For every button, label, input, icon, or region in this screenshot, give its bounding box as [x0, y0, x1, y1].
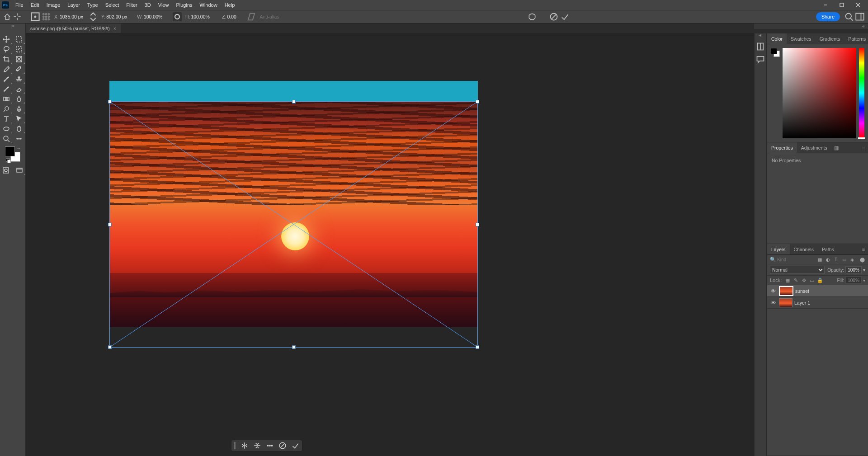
- color-tab[interactable]: Color: [767, 33, 787, 44]
- eyedropper-tool[interactable]: [0, 64, 13, 74]
- quick-selection-tool[interactable]: [13, 44, 25, 54]
- foreground-color-swatch[interactable]: [5, 146, 15, 156]
- skew-h-icon[interactable]: [247, 12, 256, 21]
- color-picker[interactable]: [783, 48, 856, 138]
- menu-plugins[interactable]: Plugins: [172, 1, 196, 9]
- eraser-tool[interactable]: [13, 84, 25, 94]
- filter-shape-icon[interactable]: ▭: [841, 256, 847, 263]
- lasso-tool[interactable]: [0, 44, 13, 54]
- fill-value[interactable]: 100%: [845, 277, 862, 284]
- window-minimize-button[interactable]: [817, 0, 834, 10]
- swap-xy-icon[interactable]: [89, 12, 98, 21]
- opacity-dropdown-icon[interactable]: ▾: [863, 268, 865, 273]
- blur-tool[interactable]: [13, 94, 25, 104]
- window-maximize-button[interactable]: [834, 0, 850, 10]
- filter-type-icon[interactable]: T: [833, 256, 839, 263]
- layer-thumbnail[interactable]: [779, 298, 793, 307]
- fill-dropdown-icon[interactable]: ▾: [863, 278, 865, 283]
- panel-menu-icon[interactable]: ≡: [859, 244, 868, 254]
- edit-toolbar-icon[interactable]: [13, 134, 25, 144]
- history-brush-tool[interactable]: [0, 84, 13, 94]
- toolbar-grip-icon[interactable]: [234, 442, 236, 449]
- menu-3d[interactable]: 3D: [141, 1, 155, 9]
- flip-vertical-icon[interactable]: [253, 442, 261, 450]
- layer-name[interactable]: Layer 1: [794, 300, 810, 306]
- move-tool[interactable]: [0, 34, 13, 44]
- menu-window[interactable]: Window: [196, 1, 221, 9]
- cancel-icon[interactable]: [278, 442, 287, 450]
- transform-handle-top-left[interactable]: [108, 100, 112, 103]
- x-input[interactable]: [60, 14, 85, 19]
- panel-color-swatches[interactable]: [771, 48, 780, 57]
- search-icon[interactable]: [844, 12, 854, 21]
- toolbox-collapse-icon[interactable]: ≪: [11, 24, 14, 28]
- lock-pixels-icon[interactable]: ✎: [793, 277, 799, 283]
- libraries-icon[interactable]: ▥: [831, 142, 841, 153]
- menu-view[interactable]: View: [155, 1, 173, 9]
- window-close-button[interactable]: [850, 0, 866, 10]
- adjustments-tab[interactable]: Adjustments: [797, 142, 831, 153]
- paths-tab[interactable]: Paths: [818, 244, 838, 254]
- gradient-tool[interactable]: [0, 94, 13, 104]
- quick-mask-icon[interactable]: [0, 165, 12, 175]
- home-icon[interactable]: [4, 13, 11, 20]
- cancel-transform-button[interactable]: [549, 12, 558, 21]
- transform-handle-middle-right[interactable]: [476, 223, 479, 226]
- color-swatches[interactable]: ↔: [5, 146, 20, 162]
- document-tab[interactable]: sunrise.png @ 50% (sunset, RGB/8#) ×: [26, 24, 121, 33]
- w-input[interactable]: [144, 14, 169, 19]
- default-colors-icon[interactable]: [6, 158, 10, 163]
- transform-handle-bottom-center[interactable]: [292, 345, 296, 349]
- learn-panel-icon[interactable]: [756, 42, 765, 51]
- transform-floating-toolbar[interactable]: [231, 440, 302, 451]
- healing-tool[interactable]: [13, 64, 25, 74]
- visibility-toggle-icon[interactable]: 👁: [769, 300, 777, 306]
- layer-filter-input[interactable]: [777, 257, 815, 262]
- dodge-tool[interactable]: [0, 104, 13, 114]
- canvas-area[interactable]: [26, 33, 754, 456]
- comments-panel-icon[interactable]: [756, 55, 765, 64]
- warp-mode-icon[interactable]: [528, 12, 537, 21]
- transform-handle-bottom-left[interactable]: [108, 345, 112, 349]
- filter-pixel-icon[interactable]: ▦: [816, 256, 823, 263]
- h-input[interactable]: [191, 14, 216, 19]
- expand-panels-icon[interactable]: ≪: [759, 33, 762, 38]
- crop-tool[interactable]: [0, 54, 13, 64]
- more-options-icon[interactable]: [266, 442, 274, 450]
- commit-transform-button[interactable]: [560, 12, 569, 21]
- shape-tool[interactable]: [0, 124, 13, 134]
- properties-tab[interactable]: Properties: [767, 142, 797, 153]
- document-canvas[interactable]: [109, 81, 478, 327]
- opacity-value[interactable]: 100%: [845, 266, 862, 273]
- filter-adjust-icon[interactable]: ◐: [825, 256, 831, 263]
- commit-icon[interactable]: [291, 442, 299, 450]
- zoom-tool[interactable]: [0, 134, 13, 144]
- marquee-tool[interactable]: [13, 34, 25, 44]
- lock-artboard-icon[interactable]: ▭: [809, 277, 815, 283]
- layer-name[interactable]: sunset: [795, 288, 809, 294]
- reference-point-icon[interactable]: [31, 12, 40, 21]
- transform-handle-bottom-right[interactable]: [476, 345, 479, 349]
- menu-edit[interactable]: Edit: [27, 1, 43, 9]
- aspect-lock-icon[interactable]: [173, 12, 182, 21]
- layer-row[interactable]: 👁 sunset: [767, 285, 868, 297]
- menu-help[interactable]: Help: [221, 1, 239, 9]
- type-tool[interactable]: [0, 114, 13, 124]
- filter-smart-icon[interactable]: ◈: [849, 256, 855, 263]
- filter-toggle-icon[interactable]: ⬤: [859, 256, 865, 263]
- gradients-tab[interactable]: Gradients: [816, 33, 844, 44]
- hand-tool[interactable]: [13, 124, 25, 134]
- transform-bounding-box[interactable]: [109, 101, 478, 348]
- close-tab-icon[interactable]: ×: [113, 26, 116, 31]
- right-panels-collapse-icon[interactable]: ≪: [862, 24, 865, 28]
- menu-image[interactable]: Image: [43, 1, 64, 9]
- swatches-tab[interactable]: Swatches: [787, 33, 816, 44]
- flip-horizontal-icon[interactable]: [241, 442, 249, 450]
- transform-handle-top-right[interactable]: [476, 100, 479, 103]
- lock-transparency-icon[interactable]: ▦: [784, 277, 791, 283]
- blend-mode-select[interactable]: Normal: [770, 266, 825, 274]
- share-button[interactable]: Share: [816, 12, 840, 21]
- visibility-toggle-icon[interactable]: 👁: [769, 288, 777, 294]
- lock-all-icon[interactable]: 🔒: [817, 277, 823, 283]
- layer-thumbnail[interactable]: [779, 286, 793, 296]
